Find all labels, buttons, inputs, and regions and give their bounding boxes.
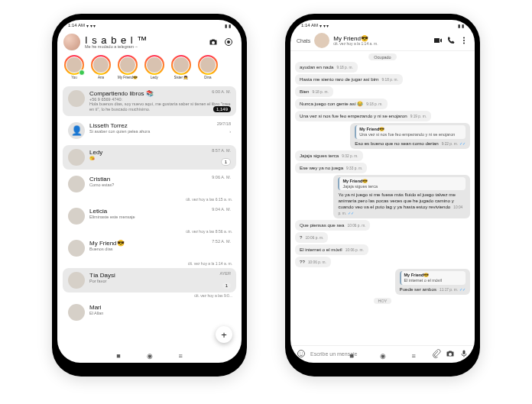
message-outgoing[interactable]: My Friend😎El internet o el móvilPuede se… <box>395 269 471 295</box>
chat-preview: 😘 <box>89 156 231 161</box>
message-incoming[interactable]: ayudan en nada9:18 p. m. <box>295 62 358 73</box>
story-item[interactable]: My Friend😎 <box>117 55 138 79</box>
chat-preview: Hola buenos días, soy nuevo aquí, me gus… <box>89 102 231 112</box>
chat-avatar <box>68 272 85 289</box>
story-item[interactable]: Ana <box>90 55 112 79</box>
app-header: I s a b e l ™ Me he mudado a telegram→ <box>57 31 242 53</box>
nav-back-icon[interactable]: ■ <box>116 352 120 360</box>
chat-preview: Si asaber con quien pelea ahora <box>89 129 231 134</box>
message-text: Que piensas que sea <box>300 222 344 228</box>
chat-item[interactable]: Compartiendo libros 📚+56 9 6569 4740:Hol… <box>63 86 236 116</box>
message-incoming[interactable]: Ese wey ya no juega9:33 p. m. <box>295 163 367 173</box>
chat-item[interactable]: Tía DaysiPor favorAYER1 <box>63 268 236 292</box>
add-story-icon[interactable] <box>79 69 85 76</box>
svg-point-1 <box>227 40 230 44</box>
message-time: 10:06 p. m. <box>345 248 364 252</box>
message-incoming[interactable]: Hasta me siento raro de jugar así birn9:… <box>295 74 403 85</box>
message-incoming[interactable]: Bien9:18 p. m. <box>295 86 333 97</box>
message-incoming[interactable]: El internet o el móvil10:06 p. m. <box>295 244 368 255</box>
chat-avatar <box>68 208 85 225</box>
chat-item[interactable]: LeticiaEliminaste este mensaje9:04 A. M. <box>63 204 236 228</box>
chat-last-seen: últ. vez hoy a la 1:14 a. m. <box>60 261 238 266</box>
read-ticks-icon: ✓✓ <box>459 287 466 292</box>
chat-name: Tía Daysi <box>89 272 231 279</box>
chat-name: My Friend😎 <box>89 240 231 247</box>
story-label: You <box>71 76 77 79</box>
video-call-icon[interactable] <box>433 36 443 45</box>
chat-name: Compartiendo libros 📚 <box>89 90 231 97</box>
message-time: 9:32 p. m. <box>342 154 358 158</box>
message-incoming[interactable]: Una vez si nos fue feo empezando y ni se… <box>295 111 431 121</box>
phone-left: 1:14 AM▾ ▾ ▾ ▮▮ I s a b e l ™ Me he muda… <box>52 14 247 377</box>
unread-badge: 1,149 <box>213 106 231 112</box>
voice-call-icon[interactable] <box>446 36 456 45</box>
message-outgoing[interactable]: My Friend😎Jajaja sigues tercaYo ya ni ju… <box>333 175 470 218</box>
chat-item[interactable]: CristianComo estas?9:06 A. M. <box>63 172 236 196</box>
quoted-message: My Friend😎El internet o el móvil <box>400 271 466 285</box>
message-time: 9:18 p. m. <box>382 78 398 82</box>
camera-icon[interactable] <box>208 37 219 47</box>
message-text: Bien <box>300 89 309 94</box>
story-label: Ana <box>98 76 104 79</box>
chat-last-seen: últ. vez hoy a las 6:15 a. m. <box>60 197 238 202</box>
chat-list[interactable]: Compartiendo libros 📚+56 9 6569 4740:Hol… <box>57 84 242 363</box>
status-bar: 1:14 AM▾ ▾ ▾ ▮▮ <box>57 20 242 31</box>
chat-item[interactable]: Ledy😘8:57 A. M.1 <box>63 145 236 170</box>
story-label: Dina <box>204 76 211 79</box>
nav-back-icon[interactable]: ■ <box>349 352 353 360</box>
message-time: 9:22 p. m. <box>442 142 458 146</box>
chat-avatar <box>68 149 85 166</box>
message-text: Yo ya ni juego si me fuese más fluido el… <box>338 192 456 209</box>
chat-last-seen: últ. vez hoy a las 9:0... <box>60 293 238 298</box>
message-text: ayudan en nada <box>300 64 333 69</box>
message-incoming[interactable]: ??10:06 p. m. <box>295 257 331 267</box>
message-incoming[interactable]: Que piensas que sea10:06 p. m. <box>295 220 370 231</box>
chat-time: 29/7/18 <box>217 121 231 126</box>
nav-recent-icon[interactable]: ≡ <box>412 352 416 360</box>
message-outgoing[interactable]: My Friend😎Una vez si nos fue feo empezan… <box>350 123 470 149</box>
story-label: Ledy <box>151 76 158 79</box>
chat-preview: Buenos días <box>89 247 231 252</box>
message-incoming[interactable]: Nunca juego con gente así 😂9:18 p. m. <box>295 99 388 109</box>
message-text: Jajaja sigues terca <box>300 153 339 158</box>
chat-item[interactable]: MariEl Allan <box>63 300 236 325</box>
message-text: Eso es bueno que no sean como derian <box>355 141 438 146</box>
chat-preview: El Allan <box>89 311 231 316</box>
message-time: 9:33 p. m. <box>346 166 362 170</box>
message-text: Nunca juego con gente así 😂 <box>300 101 363 106</box>
message-text: ? <box>300 234 302 240</box>
story-item[interactable]: Sister 👧 <box>170 55 192 79</box>
profile-avatar[interactable] <box>63 34 80 50</box>
day-separator: HOY <box>374 298 392 304</box>
story-item[interactable]: Dina <box>197 55 219 79</box>
nav-home-icon[interactable]: ◉ <box>147 352 153 360</box>
android-nav-bar: ■ ◉ ≡ <box>290 352 475 360</box>
chat-item[interactable]: My Friend😎Buenos días7:52 A. M. <box>63 236 236 260</box>
back-button[interactable]: Chats <box>297 38 310 44</box>
chevron-right-icon: › <box>229 129 231 134</box>
stories-row[interactable]: YouAnaMy Friend😎LedySister 👧Dina <box>57 53 242 84</box>
story-item[interactable]: You <box>63 55 85 79</box>
nav-recent-icon[interactable]: ≡ <box>179 352 183 360</box>
contact-avatar[interactable] <box>314 33 329 48</box>
target-icon[interactable] <box>223 37 234 47</box>
svg-point-3 <box>463 40 465 41</box>
message-list[interactable]: ayudan en nada9:18 p. m.Hasta me siento … <box>290 62 475 345</box>
signal-icon: ▮ <box>225 23 227 28</box>
new-chat-fab[interactable]: + <box>216 326 232 343</box>
conversation-header: Chats My Friend😎 últ. vez hoy a la 1:14 … <box>290 31 475 51</box>
app-title: I s a b e l ™ <box>85 35 203 45</box>
menu-dots-icon[interactable] <box>459 36 469 45</box>
chat-preview: Como estas? <box>89 183 231 188</box>
message-time: 10:06 p. m. <box>347 224 365 228</box>
story-item[interactable]: Ledy <box>144 55 165 79</box>
message-time: 9:18 p. m. <box>312 90 328 94</box>
nav-home-icon[interactable]: ◉ <box>380 352 386 360</box>
chat-name: Mari <box>89 304 231 311</box>
story-label: Sister 👧 <box>174 76 189 79</box>
message-incoming[interactable]: ?10:06 p. m. <box>295 232 328 243</box>
chat-avatar <box>68 240 85 257</box>
chat-item[interactable]: 👤Lisseth TorrezSi asaber con quien pelea… <box>63 118 236 143</box>
message-incoming[interactable]: Jajaja sigues terca9:32 p. m. <box>295 150 363 161</box>
screen-conversation: 1:14 AM▾ ▾ ▾ ▮▮ Chats My Friend😎 últ. ve… <box>290 20 475 363</box>
